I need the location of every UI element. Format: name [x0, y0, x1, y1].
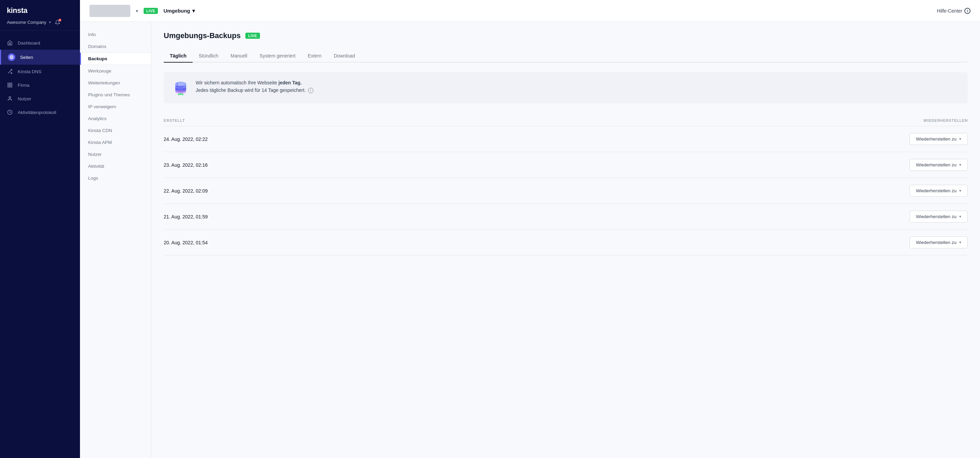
svg-point-19	[177, 86, 178, 87]
tab-stuendlich[interactable]: Stündlich	[192, 50, 224, 63]
svg-rect-4	[8, 83, 10, 85]
sub-nav-item-kinsta-cdn[interactable]: Kinsta CDN	[80, 124, 151, 137]
svg-rect-7	[8, 86, 10, 87]
table-header: ERSTELLT WIEDERHERSTELLEN	[164, 116, 968, 126]
sidebar-item-label: Nutzer	[18, 96, 31, 102]
sidebar-item-label: Firma	[18, 83, 30, 88]
topbar-chevron-icon[interactable]: ▾	[136, 8, 138, 14]
sub-nav-item-plugins-themes[interactable]: Plugins und Themes	[80, 89, 151, 101]
activity-icon	[7, 109, 13, 115]
sub-sidebar: Info Domains Backups Werkzeuge Weiterlei…	[80, 22, 151, 458]
info-text: Wir sichern automatisch Ihre Webseite je…	[196, 79, 313, 94]
tab-taeglich[interactable]: Täglich	[164, 50, 192, 63]
tab-system[interactable]: System generiert	[253, 50, 302, 63]
seiten-icon	[8, 53, 15, 61]
restore-chevron-icon: ▾	[959, 240, 961, 245]
environment-label: Umgebung	[163, 8, 190, 14]
info-tooltip-icon[interactable]: i	[308, 88, 313, 93]
sub-nav-item-info[interactable]: Info	[80, 29, 151, 40]
sub-nav-item-nutzer2[interactable]: Nutzer	[80, 148, 151, 160]
restore-button-2[interactable]: Wiederherstellen zu ▾	[910, 185, 968, 197]
sub-nav-item-backups[interactable]: Backups	[80, 52, 151, 65]
sub-nav-item-werkzeuge[interactable]: Werkzeuge	[80, 65, 151, 77]
company-chevron-icon: ▾	[49, 20, 51, 24]
backup-date: 24. Aug. 2022, 02:22	[164, 137, 208, 142]
user-icon	[7, 95, 13, 102]
restore-chevron-icon: ▾	[959, 163, 961, 167]
restore-button-0[interactable]: Wiederherstellen zu ▾	[910, 133, 968, 145]
backup-date: 23. Aug. 2022, 02:16	[164, 162, 208, 168]
svg-point-8	[9, 97, 11, 99]
tab-download[interactable]: Download	[328, 50, 361, 63]
site-preview-thumbnail	[89, 5, 130, 17]
backup-icon-wrapper	[172, 79, 189, 97]
sidebar-item-dashboard[interactable]: Dashboard	[0, 36, 80, 50]
sub-nav-item-analytics[interactable]: Analytics	[80, 113, 151, 124]
home-icon	[7, 40, 13, 46]
page-header: Umgebungs-Backups LIVE	[164, 31, 968, 40]
sub-nav-item-weiterleitungen[interactable]: Weiterleitungen	[80, 77, 151, 89]
sub-nav-item-kinsta-apm[interactable]: Kinsta APM	[80, 137, 151, 148]
svg-rect-6	[10, 86, 12, 87]
tabs: Täglich Stündlich Manuell System generie…	[164, 50, 968, 63]
sidebar-item-firma[interactable]: Firma	[0, 78, 80, 92]
hilfe-center-link[interactable]: Hilfe-Center i	[937, 8, 970, 14]
sidebar: kinstа Awesome Company ▾ Dashboard	[0, 0, 80, 458]
environment-chevron-icon: ▾	[192, 8, 195, 14]
svg-point-20	[180, 93, 182, 95]
sub-nav-item-aktivitaet2[interactable]: Aktivität	[80, 160, 151, 172]
tab-extern[interactable]: Extern	[301, 50, 327, 63]
sidebar-header: kinstа Awesome Company ▾	[0, 0, 80, 31]
sidebar-nav: Dashboard Seiten Kinsta DNS	[0, 31, 80, 458]
svg-point-18	[177, 83, 178, 84]
hilfe-center-label: Hilfe-Center	[937, 8, 962, 14]
sidebar-item-label: Aktivitätenprotokoll	[18, 110, 56, 115]
backup-date: 20. Aug. 2022, 01:54	[164, 240, 208, 245]
company-selector[interactable]: Awesome Company ▾	[7, 18, 51, 26]
svg-point-22	[182, 94, 183, 95]
sub-nav-item-domains[interactable]: Domains	[80, 40, 151, 52]
restore-chevron-icon: ▾	[959, 137, 961, 141]
restore-button-4[interactable]: Wiederherstellen zu ▾	[910, 237, 968, 248]
firma-icon	[7, 82, 13, 88]
restore-chevron-icon: ▾	[959, 215, 961, 219]
restore-button-3[interactable]: Wiederherstellen zu ▾	[910, 211, 968, 223]
restore-chevron-icon: ▾	[959, 189, 961, 193]
page-content: Umgebungs-Backups LIVE Täglich Stündlich…	[151, 22, 980, 458]
table-row: 21. Aug. 2022, 01:59 Wiederherstellen zu…	[164, 204, 968, 230]
svg-point-21	[178, 94, 179, 95]
topbar: ▾ LIVE Umgebung ▾ Hilfe-Center i	[80, 0, 980, 22]
sidebar-item-aktivitaet[interactable]: Aktivitätenprotokoll	[0, 105, 80, 119]
table-row: 22. Aug. 2022, 02:09 Wiederherstellen zu…	[164, 178, 968, 204]
table-row: 24. Aug. 2022, 02:22 Wiederherstellen zu…	[164, 126, 968, 152]
page-title: Umgebungs-Backups	[164, 31, 240, 40]
main-area: ▾ LIVE Umgebung ▾ Hilfe-Center i Info Do…	[80, 0, 980, 458]
table-row: 20. Aug. 2022, 01:54 Wiederherstellen zu…	[164, 230, 968, 256]
notification-bell[interactable]	[54, 19, 61, 26]
sub-nav-item-ip-verweigern[interactable]: IP verweigern	[80, 101, 151, 113]
tab-manuell[interactable]: Manuell	[224, 50, 253, 63]
sidebar-item-label: Kinsta DNS	[18, 69, 41, 74]
sidebar-item-nutzer[interactable]: Nutzer	[0, 92, 80, 105]
environment-selector[interactable]: Umgebung ▾	[163, 8, 195, 14]
dns-icon	[7, 68, 13, 75]
backup-date: 22. Aug. 2022, 02:09	[164, 188, 208, 194]
help-icon: i	[964, 8, 970, 14]
page-live-badge: LIVE	[245, 33, 259, 39]
live-badge-top: LIVE	[143, 8, 158, 14]
sidebar-item-seiten[interactable]: Seiten	[0, 50, 80, 65]
sidebar-item-kinsta-dns[interactable]: Kinsta DNS	[0, 65, 80, 78]
sidebar-item-label: Dashboard	[18, 40, 40, 46]
sub-nav-item-logs[interactable]: Logs	[80, 172, 151, 184]
sidebar-item-label: Seiten	[20, 55, 33, 60]
table-row: 23. Aug. 2022, 02:16 Wiederherstellen zu…	[164, 152, 968, 178]
col-restore-label: WIEDERHERSTELLEN	[924, 118, 968, 122]
company-name: Awesome Company	[7, 20, 46, 25]
svg-rect-5	[10, 83, 12, 85]
info-box: Wir sichern automatisch Ihre Webseite je…	[164, 72, 968, 103]
col-created-label: ERSTELLT	[164, 118, 185, 122]
restore-button-1[interactable]: Wiederherstellen zu ▾	[910, 159, 968, 171]
content-area: Info Domains Backups Werkzeuge Weiterlei…	[80, 22, 980, 458]
kinsta-logo: kinstа	[7, 6, 73, 15]
backup-date: 21. Aug. 2022, 01:59	[164, 214, 208, 219]
